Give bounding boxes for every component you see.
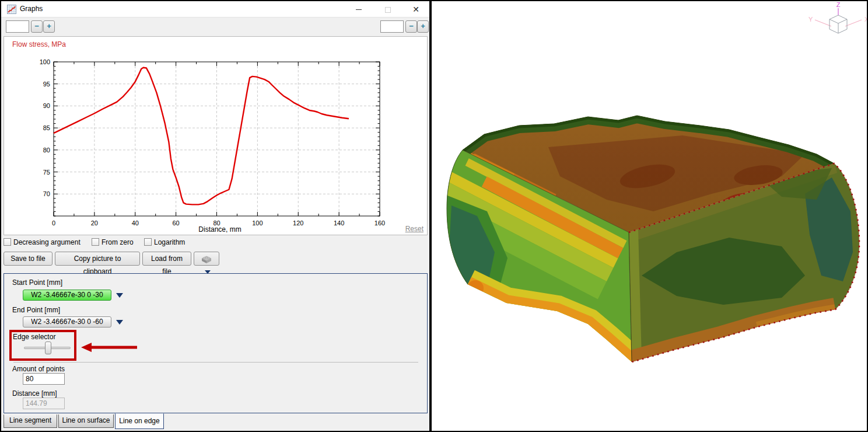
z-axis-label: Z — [836, 1, 841, 8]
checkbox-from-zero[interactable]: From zero — [92, 238, 144, 248]
chart-title: Flow stress, MPa — [12, 40, 66, 48]
right-spin-input[interactable] — [380, 20, 404, 33]
graph-toolbar: − + − + — [1, 18, 429, 36]
end-point-dropdown[interactable]: W2 -3.46667e-30 0 -60 — [23, 316, 111, 328]
export-dropdown-button[interactable] — [194, 252, 219, 266]
window-title: Graphs — [20, 5, 43, 13]
svg-text:95: 95 — [43, 81, 50, 88]
svg-text:75: 75 — [43, 169, 50, 176]
application-window: { "window": { "title": "Graphs" }, "tool… — [0, 0, 868, 432]
annotation-arrow-icon — [81, 343, 137, 352]
maximize-button — [378, 1, 398, 18]
svg-text:90: 90 — [43, 102, 50, 109]
left-spin-minus-button[interactable]: − — [31, 20, 43, 33]
svg-text:80: 80 — [43, 147, 50, 154]
axis-triad: Z X Y — [808, 1, 867, 33]
start-point-caret-icon[interactable] — [116, 293, 123, 298]
x-axis-label: X — [864, 16, 867, 23]
flow-stress-chart-panel: 020406080100120140160707580859095100 Flo… — [4, 36, 428, 235]
checkbox-box[interactable] — [144, 238, 152, 246]
tab-line-on-surface[interactable]: Line on surface — [58, 414, 114, 428]
checkbox-label: Logarithm — [154, 238, 185, 246]
tab-line-segment[interactable]: Line segment — [4, 414, 57, 428]
end-point-label: End Point [mm] — [12, 306, 60, 314]
flow-stress-plot[interactable]: 020406080100120140160707580859095100 — [4, 37, 427, 235]
save-to-file-button[interactable]: Save to file — [4, 252, 52, 266]
svg-text:70: 70 — [43, 190, 50, 197]
chart-x-axis-label: Distance, mm — [138, 225, 302, 234]
distance-label: Distance [mm] — [12, 389, 57, 398]
reset-zoom-link[interactable]: Reset — [405, 225, 424, 233]
annotation-highlight-rectangle — [9, 330, 76, 361]
line-mode-tabbar: Line segment Line on surface Line on edg… — [1, 413, 429, 431]
graph-window-icon — [7, 5, 16, 14]
title-bar[interactable]: Graphs ✕ — [1, 1, 429, 18]
start-point-label: Start Point [mm] — [12, 278, 62, 287]
orientation-cube-icon — [830, 15, 847, 33]
tab-line-on-edge[interactable]: Line on edge — [115, 413, 164, 429]
svg-text:0: 0 — [52, 220, 55, 227]
x-axis-line — [845, 20, 862, 26]
copy-picture-button[interactable]: Copy picture to clipboard — [55, 252, 140, 266]
line-on-edge-settings-group: Start Point [mm] W2 -3.46667e-30 0 -30 E… — [4, 273, 428, 413]
y-axis-label: Y — [808, 16, 813, 23]
amount-of-points-input[interactable] — [23, 373, 65, 385]
divider — [13, 362, 418, 363]
close-button[interactable]: ✕ — [406, 1, 426, 18]
checkbox-logarithm[interactable]: Logarithm — [144, 238, 197, 248]
checkbox-label: From zero — [102, 238, 134, 246]
y-axis-line — [815, 20, 831, 26]
checkbox-label: Decreasing argument — [13, 238, 80, 246]
right-spin-plus-button[interactable]: + — [417, 20, 429, 33]
workpiece-3d-render[interactable]: Z X Y — [432, 1, 867, 431]
viewport-3d[interactable]: Z X Y — [432, 1, 867, 431]
left-spin-plus-button[interactable]: + — [43, 20, 55, 33]
svg-text:85: 85 — [43, 124, 50, 131]
distance-input — [23, 398, 65, 409]
right-spin-minus-button[interactable]: − — [405, 20, 417, 33]
svg-text:20: 20 — [91, 220, 98, 227]
left-spin-input[interactable] — [6, 20, 29, 33]
amount-of-points-label: Amount of points — [12, 365, 65, 373]
graphs-window: Graphs ✕ − + − + 02040608010012014016070… — [1, 1, 429, 431]
end-point-caret-icon[interactable] — [116, 320, 123, 325]
checkbox-box[interactable] — [92, 238, 99, 246]
checkbox-decreasing-argument[interactable]: Decreasing argument — [4, 238, 91, 248]
svg-text:100: 100 — [40, 58, 50, 65]
load-from-file-button[interactable]: Load from file — [142, 252, 191, 266]
svg-text:140: 140 — [334, 220, 344, 227]
lego-brick-icon — [201, 255, 212, 264]
svg-text:160: 160 — [374, 220, 385, 227]
checkbox-box[interactable] — [4, 238, 11, 246]
start-point-dropdown[interactable]: W2 -3.46667e-30 0 -30 — [23, 290, 111, 301]
minimize-button[interactable] — [349, 1, 369, 18]
